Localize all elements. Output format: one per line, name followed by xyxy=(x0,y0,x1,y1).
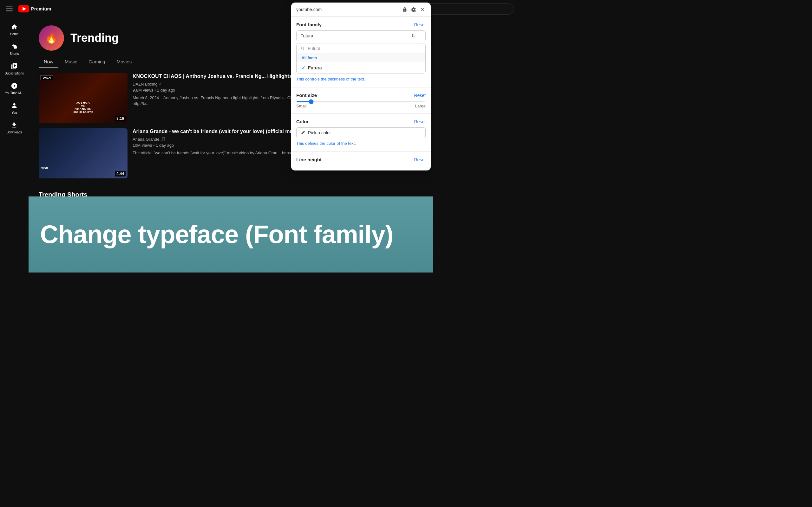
checkmark-icon: ✓ xyxy=(302,65,305,70)
svg-rect-2 xyxy=(6,11,13,11)
video-thumbnail: DAZN JOSHUAvsNGANNOUHIGHLIGHTS 3:16 xyxy=(39,73,128,123)
lock-icon-button[interactable] xyxy=(402,6,408,13)
menu-button[interactable] xyxy=(5,5,13,13)
color-reset-button[interactable]: Reset xyxy=(414,119,426,124)
highlights-text: JOSHUAvsNGANNOUHIGHLIGHTS xyxy=(39,101,128,114)
font-family-row: Font family Reset xyxy=(296,22,426,27)
bottom-overlay: Change typeface (Font family) xyxy=(0,196,433,273)
font-family-helper: This controls the thickness of the text. xyxy=(296,76,426,82)
tab-movies[interactable]: Movies xyxy=(112,56,137,68)
line-height-section: Line height Reset xyxy=(291,152,431,170)
pick-color-button[interactable]: Pick a color xyxy=(296,127,426,138)
line-height-label: Line height xyxy=(296,157,322,162)
svg-rect-1 xyxy=(6,9,13,9)
verified-badge: ✓ xyxy=(159,82,162,86)
trending-title: Trending xyxy=(70,32,119,45)
size-small-label: Small xyxy=(296,104,307,108)
sidebar-item-label-youtube-music: YouTube M... xyxy=(5,91,24,95)
sidebar-item-you[interactable]: You xyxy=(3,99,26,117)
dazn-badge: DAZN xyxy=(41,75,53,80)
downloads-icon xyxy=(11,122,18,129)
font-family-label: Font family xyxy=(296,22,322,27)
font-family-select[interactable]: Futura ⇅ xyxy=(296,31,426,41)
dropdown-group-label: All fonts xyxy=(297,54,425,62)
overlay-title: Change typeface (Font family) xyxy=(40,220,393,249)
panel-header: youtube.com xyxy=(291,3,431,17)
video-thumbnail: vevo 4:44 xyxy=(39,128,128,178)
shorts-icon xyxy=(11,43,18,50)
font-family-reset-button[interactable]: Reset xyxy=(414,22,426,27)
verified-badge: 🎵 xyxy=(161,137,165,141)
video-duration: 3:16 xyxy=(115,116,125,121)
font-dropdown: All fonts ✓ Futura xyxy=(296,43,426,74)
slider-labels: Small Large xyxy=(296,104,426,108)
line-height-reset-button[interactable]: Reset xyxy=(414,157,426,162)
line-height-row: Line height Reset xyxy=(296,157,426,162)
sidebar-item-label-subscriptions: Subscriptions xyxy=(5,72,24,75)
sidebar-item-label-home: Home xyxy=(10,32,19,36)
logo[interactable]: Premium xyxy=(18,5,51,13)
tab-now[interactable]: Now xyxy=(39,56,58,68)
font-family-value: Futura xyxy=(300,33,313,38)
sidebar: Home Shorts Subscriptions YouTube M... Y… xyxy=(0,18,29,273)
font-size-reset-button[interactable]: Reset xyxy=(414,93,426,98)
color-label: Color xyxy=(296,119,309,124)
font-size-row: Font size Reset xyxy=(296,93,426,98)
home-icon xyxy=(11,23,18,31)
sidebar-item-label-you: You xyxy=(12,111,17,115)
sidebar-item-home[interactable]: Home xyxy=(3,20,26,39)
sidebar-item-downloads[interactable]: Downloads xyxy=(3,118,26,137)
font-family-section: Font family Reset Futura ⇅ All fonts ✓ F… xyxy=(291,17,431,88)
sidebar-item-subscriptions[interactable]: Subscriptions xyxy=(3,60,26,78)
svg-point-5 xyxy=(12,44,14,46)
font-size-section: Font size Reset Small Large xyxy=(291,88,431,114)
color-picker-icon xyxy=(300,130,305,135)
video-duration: 4:44 xyxy=(115,171,125,176)
svg-rect-0 xyxy=(6,7,13,7)
color-btn-label: Pick a color xyxy=(308,130,331,135)
panel-url: youtube.com xyxy=(296,7,322,12)
dropdown-item-label: Futura xyxy=(308,65,322,70)
dropdown-search-row xyxy=(297,43,425,54)
font-search-input[interactable] xyxy=(308,46,421,51)
trending-avatar: 🔥 xyxy=(39,25,64,51)
subscriptions-icon xyxy=(11,63,18,70)
search-icon xyxy=(300,46,305,51)
color-helper: This defines the color of the text. xyxy=(296,141,426,147)
color-row: Color Reset xyxy=(296,119,426,124)
tab-gaming[interactable]: Gaming xyxy=(84,56,110,68)
vevo-logo: vevo xyxy=(41,166,48,170)
you-icon xyxy=(11,102,18,109)
sidebar-item-label-downloads: Downloads xyxy=(6,130,22,134)
premium-label: Premium xyxy=(31,6,51,11)
color-section: Color Reset Pick a color This defines th… xyxy=(291,114,431,152)
panel-header-icons xyxy=(402,6,426,13)
size-large-label: Large xyxy=(415,104,426,108)
sidebar-item-shorts[interactable]: Shorts xyxy=(3,40,26,58)
settings-icon-button[interactable] xyxy=(410,6,417,13)
font-size-label: Font size xyxy=(296,93,317,98)
select-arrow-icon: ⇅ xyxy=(411,33,415,38)
close-icon-button[interactable] xyxy=(419,6,426,13)
tab-music[interactable]: Music xyxy=(60,56,82,68)
font-settings-panel: youtube.com Font family Reset Futura ⇅ xyxy=(291,3,431,170)
font-size-slider-container xyxy=(296,101,426,102)
font-size-slider[interactable] xyxy=(296,101,426,102)
sidebar-item-label-shorts: Shorts xyxy=(10,52,19,56)
sidebar-item-youtube-music[interactable]: YouTube M... xyxy=(3,79,26,98)
music-icon xyxy=(11,82,18,89)
dropdown-item-futura[interactable]: ✓ Futura xyxy=(297,62,425,73)
